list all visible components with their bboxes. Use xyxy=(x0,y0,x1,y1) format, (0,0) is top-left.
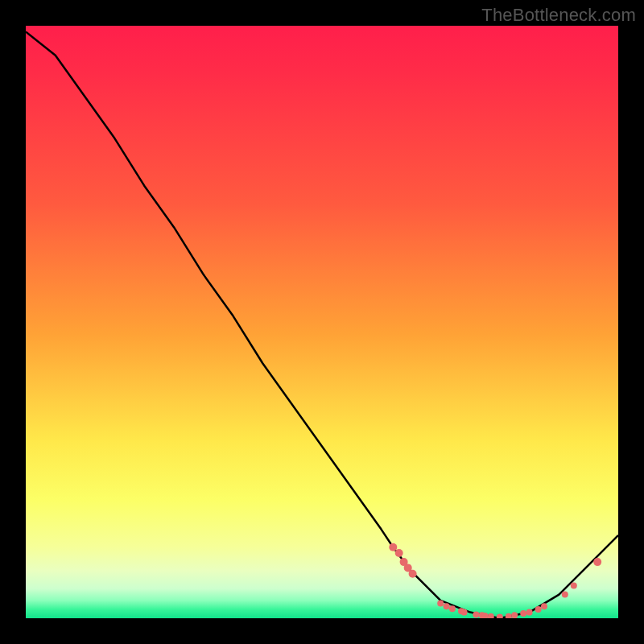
data-point xyxy=(461,609,468,616)
data-point xyxy=(437,601,444,607)
data-point xyxy=(444,603,450,609)
data-point xyxy=(473,612,479,618)
data-point xyxy=(449,605,456,612)
data-point xyxy=(541,603,547,609)
data-point xyxy=(389,543,397,551)
data-point xyxy=(571,583,577,589)
data-point xyxy=(526,609,533,616)
data-point xyxy=(511,612,518,618)
chart-frame: TheBottleneck.com xyxy=(0,0,644,644)
chart-svg xyxy=(26,26,618,618)
data-point xyxy=(535,606,542,613)
data-point xyxy=(497,614,503,619)
data-point xyxy=(593,558,601,566)
data-point xyxy=(395,549,403,557)
bottleneck-curve xyxy=(26,31,618,618)
data-point xyxy=(488,613,494,618)
plot-area xyxy=(26,26,618,618)
data-point xyxy=(409,570,417,578)
data-point xyxy=(562,592,568,598)
data-point xyxy=(506,613,512,618)
watermark-text: TheBottleneck.com xyxy=(481,5,636,26)
data-point xyxy=(520,610,526,617)
